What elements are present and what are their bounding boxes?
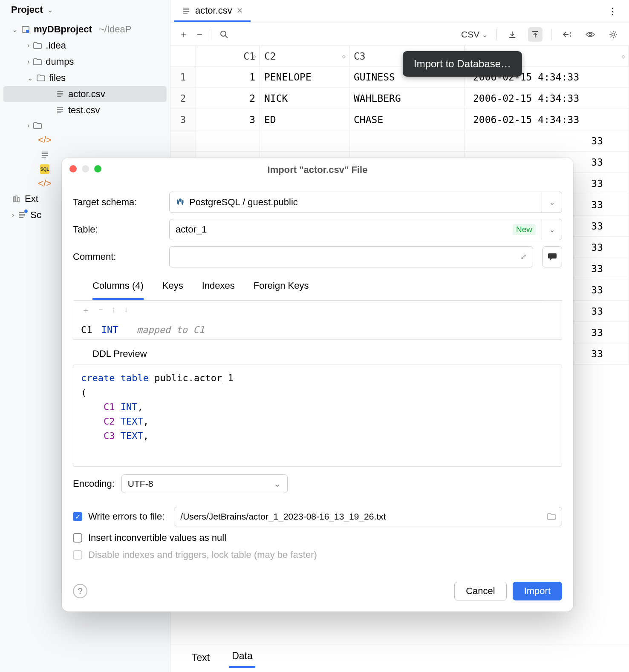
subtab-fks[interactable]: Foreign Keys — [254, 276, 309, 300]
cell-c3[interactable]: CHASE — [349, 109, 465, 130]
more-icon[interactable]: ⋮ — [608, 6, 626, 17]
folder-icon — [33, 41, 42, 50]
import-button[interactable]: Import — [513, 582, 562, 600]
folder-icon — [33, 121, 42, 130]
cell-c3[interactable]: WAHLBERG — [349, 88, 465, 109]
tooltip-text: Import to Database… — [414, 58, 511, 69]
divider — [211, 29, 211, 40]
import-to-database-button[interactable] — [528, 27, 542, 42]
folder-icon — [36, 73, 46, 83]
chevron-down-icon: ⌄ — [274, 479, 281, 489]
columns-toolbar: ＋ − ↑ ↓ — [73, 300, 562, 320]
remove-row-button[interactable]: − — [197, 29, 202, 40]
row-number: 2 — [170, 88, 196, 109]
subtab-indexes[interactable]: Indexes — [202, 276, 235, 300]
help-button[interactable]: ? — [73, 584, 87, 598]
project-root[interactable]: ⌄ myDBproject ~/IdeaP — [0, 21, 170, 37]
tree-item-files[interactable]: ⌄ files — [0, 70, 170, 86]
cell-c1[interactable]: 3 — [196, 109, 260, 130]
cell-c1[interactable]: 2 — [196, 88, 260, 109]
cell-c4[interactable]: 2006-02-15 4:34:33 — [465, 109, 629, 130]
close-icon[interactable]: ✕ — [237, 6, 243, 15]
cancel-button[interactable]: Cancel — [454, 582, 506, 600]
label-target-schema: Target schema: — [73, 197, 162, 208]
table-row[interactable]: 1 1 PENELOPE GUINESS 2006-02-15 4:34:33 — [170, 66, 629, 88]
remove-column-button[interactable]: − — [98, 305, 103, 316]
tree-item[interactable]: </> — [0, 133, 170, 147]
cell-c2[interactable]: PENELOPE — [260, 66, 349, 87]
revert-button[interactable] — [560, 27, 574, 42]
svg-rect-16 — [18, 198, 19, 202]
col-header-c1[interactable]: C1◇ — [196, 46, 260, 66]
view-button[interactable] — [583, 27, 597, 42]
errors-path-field[interactable]: /Users/JetBrains/actor_1_2023-08-16_13_1… — [174, 507, 562, 526]
label-comment: Comment: — [73, 251, 162, 262]
ddl-preview: create table public.actor_1 ( C1 INT, C2… — [73, 365, 562, 467]
subtab-columns[interactable]: Columns (4) — [92, 276, 144, 300]
tree-item-idea[interactable]: › .idea — [0, 37, 170, 54]
tree-label: test.csv — [68, 105, 100, 116]
ddl-column: C2 TEXT, — [81, 414, 554, 429]
expand-icon[interactable]: ⤢ — [520, 252, 527, 261]
target-schema-dropdown[interactable]: ⌄ — [542, 192, 562, 213]
browse-folder-icon[interactable] — [547, 513, 556, 520]
format-dropdown[interactable]: CSV ⌄ — [461, 29, 488, 40]
tree-item[interactable]: › — [0, 118, 170, 133]
cell-c4[interactable]: 33 — [465, 130, 629, 151]
column-row[interactable]: C1 INT mapped to C1 — [81, 325, 554, 335]
export-button[interactable] — [505, 27, 519, 42]
chevron-down-icon: ⌄ — [27, 74, 33, 82]
move-down-button[interactable]: ↓ — [124, 305, 129, 316]
footer-tab-data[interactable]: Data — [229, 646, 255, 668]
close-window-button[interactable] — [69, 165, 77, 172]
editor-tab-actor-csv[interactable]: actor.csv ✕ — [174, 1, 251, 22]
cell-c2[interactable]: NICK — [260, 88, 349, 109]
row-number: 1 — [170, 66, 196, 87]
new-badge: New — [513, 224, 536, 235]
cell-c4[interactable]: 2006-02-15 4:34:33 — [465, 88, 629, 109]
row-number: 3 — [170, 109, 196, 130]
cell-c1[interactable]: 1 — [196, 66, 260, 87]
table-field[interactable]: actor_1 New — [169, 219, 542, 240]
label-insert-null: Insert inconvertible values as null — [88, 532, 226, 543]
add-row-button[interactable]: ＋ — [179, 28, 188, 41]
tree-item-actor-csv[interactable]: actor.csv — [3, 86, 167, 102]
settings-button[interactable] — [606, 27, 620, 42]
table-dropdown[interactable]: ⌄ — [542, 219, 562, 240]
move-up-button[interactable]: ↑ — [112, 305, 116, 316]
search-icon[interactable] — [220, 30, 228, 39]
text-file-icon — [55, 89, 65, 99]
target-schema-field[interactable]: PostgreSQL / guest.public — [169, 192, 542, 213]
col-header-c2[interactable]: C2◇ — [260, 46, 349, 66]
cell-c2[interactable]: ED — [260, 109, 349, 130]
import-subtabs: Columns (4) Keys Indexes Foreign Keys — [92, 276, 542, 300]
text-file-icon — [55, 106, 65, 115]
comment-popup-button[interactable] — [542, 246, 562, 267]
svg-point-28 — [612, 33, 615, 36]
project-title: Project — [11, 4, 43, 15]
encoding-select[interactable]: UTF-8 ⌄ — [121, 474, 288, 493]
table-row[interactable]: 3 3 ED CHASE 2006-02-15 4:34:33 — [170, 109, 629, 130]
chevron-down-icon: ⌄ — [549, 198, 555, 207]
text-file-icon — [40, 150, 49, 159]
add-column-button[interactable]: ＋ — [82, 305, 90, 316]
import-dialog: Import "actor.csv" File Target schema: P… — [62, 158, 573, 612]
table-row[interactable]: 2 2 NICK WAHLBERG 2006-02-15 4:34:33 — [170, 88, 629, 109]
insert-null-checkbox[interactable] — [73, 533, 82, 543]
zoom-window-button[interactable] — [94, 165, 101, 172]
project-tool-header[interactable]: Project ⌄ — [0, 0, 170, 20]
svg-rect-1 — [26, 30, 29, 33]
subtab-keys[interactable]: Keys — [162, 276, 183, 300]
tree-label: dumps — [46, 56, 74, 67]
minimize-window-button[interactable] — [82, 165, 89, 172]
footer-tab-text[interactable]: Text — [189, 648, 212, 668]
tree-item-dumps[interactable]: › dumps — [0, 54, 170, 70]
window-controls — [69, 165, 101, 172]
ddl-preview-label: DDL Preview — [73, 340, 562, 365]
table-row[interactable]: 33 — [170, 130, 629, 152]
comment-field[interactable]: ⤢ — [169, 246, 533, 267]
tree-item-test-csv[interactable]: test.csv — [0, 102, 170, 118]
write-errors-checkbox[interactable]: ✓ — [73, 512, 82, 521]
code-file-icon: </> — [40, 179, 49, 188]
encoding-value: UTF-8 — [128, 479, 153, 489]
